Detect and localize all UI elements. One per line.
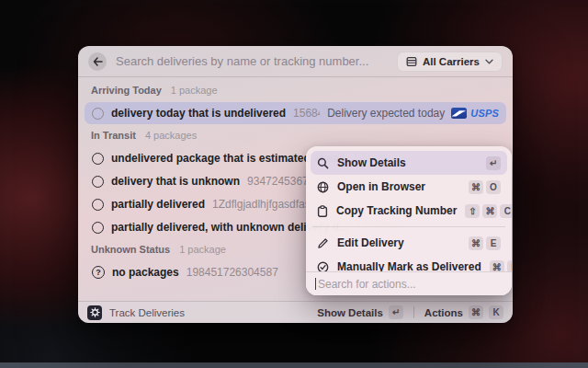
k-keycap: K: [489, 305, 503, 319]
delivery-title: partially delivered: [111, 198, 205, 211]
progress-circle-icon: [92, 176, 104, 188]
menu-divider: [312, 226, 505, 227]
menu-item-label: Copy Tracking Number: [336, 204, 457, 217]
app-name: Track Deliveries: [109, 307, 185, 318]
section-title: In Transit: [91, 130, 136, 141]
cmd-keycap: ⌘: [469, 305, 483, 319]
menu-item-open-in-browser[interactable]: Open in Browser ⌘ O: [311, 175, 507, 199]
question-circle-icon: ?: [92, 266, 105, 279]
progress-circle-icon: [92, 153, 104, 165]
show-details-button[interactable]: Show Details: [317, 307, 383, 318]
actions-button[interactable]: Actions: [424, 307, 463, 318]
cmd-keycap: ⌘: [469, 236, 483, 250]
screen-bottom-strip: [0, 362, 588, 368]
pencil-icon: [317, 237, 329, 249]
section-count: 1 package: [179, 244, 226, 255]
section-count: 4 packages: [145, 130, 197, 141]
progress-circle-icon: [92, 222, 104, 234]
progress-circle-icon: [92, 108, 104, 120]
tracking-number: 198451726304587: [187, 266, 278, 279]
chevron-down-icon: [485, 59, 493, 64]
progress-circle-icon: [92, 199, 104, 211]
carrier-name: USPS: [470, 108, 499, 119]
section-title: Unknown Status: [91, 244, 170, 255]
carrier-filter-dropdown[interactable]: All Carriers: [397, 52, 503, 72]
tracking-number: 156845865089045685454467: [293, 107, 320, 120]
usps-logo-icon: [451, 108, 467, 119]
menu-item-copy-tracking-number[interactable]: Copy Tracking Number ⇧ ⌘ C: [311, 199, 507, 223]
desktop-background: All Carriers Arriving Today 1 package de…: [0, 0, 588, 368]
search-header: All Carriers: [78, 46, 513, 76]
actions-search-input[interactable]: [318, 278, 503, 291]
carrier-filter-label: All Carriers: [423, 56, 480, 67]
section-count: 1 package: [171, 85, 218, 96]
return-keycap: ↵: [389, 305, 403, 319]
o-keycap: O: [486, 180, 501, 194]
arrow-left-icon: [93, 57, 103, 66]
menu-item-edit-delivery[interactable]: Edit Delivery ⌘ E: [311, 231, 507, 255]
delivery-status: Delivery expected today: [327, 107, 445, 120]
globe-icon: [317, 181, 329, 193]
section-in-transit: In Transit 4 packages: [85, 130, 506, 144]
menu-item-label: Edit Delivery: [337, 236, 404, 249]
search-input[interactable]: [116, 54, 397, 68]
section-title: Arriving Today: [91, 85, 162, 96]
tracking-number: 1Zdflgjadlhjfgasdfasdf: [212, 198, 320, 211]
actions-menu: Show Details ↵ Open in Browser ⌘ O: [306, 146, 512, 295]
return-keycap: ↵: [486, 156, 501, 170]
cmd-keycap: ⌘: [469, 180, 483, 194]
carrier-badge: USPS: [451, 108, 499, 119]
back-button[interactable]: [88, 52, 107, 71]
menu-item-label: Show Details: [337, 156, 406, 169]
shift-keycap: ⇧: [465, 204, 480, 218]
footer-divider: [413, 306, 414, 318]
delivery-title: delivery today that is undelivered: [111, 107, 286, 120]
search-icon: [317, 157, 329, 169]
delivery-title: delivery that is unknown: [111, 175, 240, 188]
clipboard-icon: [317, 205, 328, 217]
menu-search-bar: [306, 271, 512, 295]
window-footer: Track Deliveries Show Details ↵ Actions …: [78, 301, 513, 323]
e-keycap: E: [486, 236, 501, 250]
delivery-title: no packages: [112, 266, 179, 279]
c-keycap: C: [500, 204, 512, 218]
cmd-keycap: ⌘: [482, 204, 497, 218]
carriers-box-icon: [406, 56, 417, 67]
menu-item-show-details[interactable]: Show Details ↵: [311, 151, 507, 175]
extension-icon: [87, 305, 102, 320]
text-cursor: [315, 278, 316, 290]
menu-item-label: Open in Browser: [337, 180, 425, 193]
section-arriving-today: Arriving Today 1 package: [85, 85, 506, 99]
list-item-delivery-today[interactable]: delivery today that is undelivered 15684…: [85, 102, 506, 124]
